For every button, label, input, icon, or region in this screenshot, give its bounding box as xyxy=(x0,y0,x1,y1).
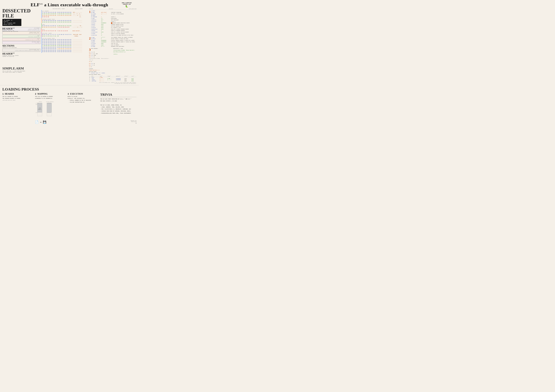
annotation-section-2: 2 p_type 1"""""" THE SEGMENT SHOULD BE L… xyxy=(89,37,137,47)
file-name-block: SIMPLE.ARM THIS IS OUR GOAL: A LINUX ARM… xyxy=(2,66,40,73)
step2-body: THE FILE IS MAPPED IN MEMORY ACCORDING T… xyxy=(35,96,65,100)
terminal-box: ~$ uname -m armv7l ~$ ./simple.ARM Hello… xyxy=(2,19,21,26)
sht-row-0: 0 "null" 0 NULL xyxy=(89,77,137,78)
main-content: DISSECTED FILE ~$ uname -m armv7l ~$ ./s… xyxy=(0,8,139,84)
hex-row-3: 00 00 00 00 00 00 00 00 34 20 00 01 28 0… xyxy=(42,15,87,16)
sht-col-name: NAME xyxy=(91,75,99,77)
sections-group: CODE EXECUTABLE INFORMATION DATA INFORMA… xyxy=(2,35,40,44)
hex-row-6: 90 00 00 00 90 00 00 00 05 00 00 00 00 0… xyxy=(42,21,87,23)
sht-label: SECTION HEADER TABLE xyxy=(3,49,39,50)
prog-header-sublabel: EXECUTION INFORMATION xyxy=(3,33,39,34)
step3-title: EXECUTION xyxy=(70,93,83,95)
hex-row-11: 00 2E 72 6F 64 61 74 61 00 .rodata. xyxy=(42,36,87,37)
sht-col-offset: OFFSET"" xyxy=(124,75,131,77)
arm-asm-code: mov r2, #1 add r1, pc, #20 mov r0, #0xB … xyxy=(89,51,112,68)
sht-row-3: 3 .shrtrtab 3 ------ 0x90 0x19 xyxy=(89,80,137,82)
ascii-dump-header: ASCII DUMP xyxy=(75,8,83,9)
left-panel: DISSECTED FILE ~$ uname -m armv7l ~$ ./s… xyxy=(2,8,40,84)
section-names-block: SECTION NAMES "" .shrtab .text """ .roda… xyxy=(89,71,137,73)
fields-header: FIELDS VALUES EXPLANATION xyxy=(89,8,137,10)
step1-body: THE ELF HEADER IS PARSED THE PROGRAM HEA… xyxy=(2,96,33,101)
strings-values: "Hello World\n", 0 xyxy=(89,70,137,71)
header-1-label: HEADER1/2 TECHNICAL DETAILS FORIDENTIFIC… xyxy=(2,27,18,32)
loading-grid: 1 HEADER THE ELF HEADER IS PARSED THE PR… xyxy=(2,93,137,124)
hex-section-names: SECTIONS' NAMES 00 2E 73 68 73 74 72 74 … xyxy=(42,32,88,37)
hex-data: DATA 48 65 6C 6C 6F 20 57 6F 72 6C 64 21… xyxy=(42,29,88,32)
sht-block: SECTION HEADER TABLE # NAME TYPE"" FLAGS… xyxy=(89,74,137,84)
sht-col-type: TYPE"" xyxy=(99,75,107,77)
section3-content: 3 ARM ASSEMBLY mov r2, #1 add r1, pc, #2… xyxy=(89,48,137,68)
section2-fields: p_type 1"""""" THE SEGMENT SHOULD BE LOA… xyxy=(91,37,137,47)
section2-header: 2 p_type 1"""""" THE SEGMENT SHOULD BE L… xyxy=(89,37,137,47)
code-box: CODE EXECUTABLE INFORMATION xyxy=(2,35,40,38)
explanation-col-header: EXPLANATION xyxy=(129,8,137,9)
loading-step-2: 2 MAPPING THE FILE IS MAPPED IN MEMORY A… xyxy=(35,93,65,124)
hex-row-5: 01 00 00 00 00 00 00 00 00 00 00 00 00 0… xyxy=(42,20,87,21)
sht-col-idx: # xyxy=(89,75,91,77)
header-2-label: HEADER2/2 TECHNICAL DETAILS FOR LINKINGI… xyxy=(2,52,40,57)
hex-row-10: 00 2E 73 68 73 74 72 74 61 62 00 2E 74 6… xyxy=(42,34,87,36)
trivia-title: TRIVIA xyxy=(100,93,137,97)
hex-panel: HEXADECIMAL DUMP ASCII DUMP ELF HEADER 7… xyxy=(42,8,88,84)
values-col-header: VALUES xyxy=(109,8,113,9)
terminal-line-2: armv7l xyxy=(4,21,20,22)
section-header-table-box: SECTION HEADER TABLE LINKING-CONNECTING … xyxy=(2,49,40,52)
secnames-box: SECTIONS' NAMES .shstrtab xyxy=(2,41,40,44)
hex-row-9: 48 65 6C 6C 6F 20 57 6F 72 6C 64 21 0A 0… xyxy=(42,30,87,32)
sht-col-addr: ADDRESS"" xyxy=(116,75,124,77)
terminal-line-1: ~$ uname -m xyxy=(4,20,20,21)
loading-section: LOADING PROCESS 1 HEADER THE ELF HEADER … xyxy=(0,85,139,125)
hex-row-8: 00 00 00 EF B1 00 A0 E3 78 A0 E3 00 00 0… xyxy=(42,27,87,28)
file-subtitle: THIS IS OUR GOAL: A LINUX ARM EXECUTABLE… xyxy=(2,71,40,73)
version-date: 2013/12/06 xyxy=(131,121,137,122)
svg-rect-5 xyxy=(47,103,52,113)
prog-header-label: PROGRAM HEADER TABLE xyxy=(3,32,39,33)
sht-note: THIS IS THE WHOLE FILE. HOWEVER, MOST EL… xyxy=(89,82,137,84)
hex-row-1: 7F 45 4C 46 01 01 01 00 00 00 00 00 00 0… xyxy=(42,12,87,13)
file-structure-area: ELF HEADER IDENTIFY AS MAGIC TYPEDEFINE … xyxy=(2,27,40,57)
loading-step-3: 3 EXECUTION ENTRY IS CALLED SYSCALLS"" A… xyxy=(68,93,98,124)
svg-text:0x90: 0x90 xyxy=(36,112,37,113)
sht-sublabel: LINKING-CONNECTING PROGRAM OBJECTS TO IN… xyxy=(3,50,39,51)
terminal-line-3: ~$ ./simple.ARM xyxy=(4,22,20,24)
arrow-icon: ⇒ xyxy=(40,121,41,124)
section-names-values: "" .shrtab .text """ .rodata xyxy=(89,72,137,73)
sht-header-row: # NAME TYPE"" FLAGS"" ADDRESS"" OFFSET""… xyxy=(89,75,137,77)
hex-prog-header: PROGRAM HEADER TABLE 01 00 00 00 00 00 0… xyxy=(42,18,88,23)
memory-diagram-svg: Offset Virtual Address LOAD Segment xyxy=(35,101,55,118)
svg-text:Segment: Segment xyxy=(38,109,41,110)
hex-row-2: 02 00 28 00 01 00 00 00 54 80 00 00 34 0… xyxy=(42,13,87,15)
data-box: DATA INFORMATION USED BY THE CODE xyxy=(2,38,40,41)
svg-text:LOAD: LOAD xyxy=(39,108,41,109)
section1-header: 1 e_ident EI_MAG 0x7F,"ELF" CONSTANT SIG… xyxy=(89,10,137,36)
title-subtitle: a Linux executable walk-through xyxy=(44,2,108,7)
hex-row-4: 04 00 53 00 .S.. xyxy=(42,16,87,18)
svg-text:0x00: 0x00 xyxy=(36,104,37,105)
arm-asm-header: ARM ASSEMBLY xyxy=(91,48,98,49)
title-sup: 101 xyxy=(40,3,43,5)
version-text: VERSION 10A xyxy=(131,120,137,121)
author-text: ANGE ALBERTINI CORKAMI.COM xyxy=(122,2,132,5)
hex-code: CODE 05 20 A0 E3 14 10 8F E2 01 0B A0 E3… xyxy=(42,23,88,29)
hex-elf-header: ELF HEADER 7F 45 4C 46 01 01 01 00 00 00… xyxy=(42,10,88,18)
hex-sht-1: 00 00 00 00 00 00 00 00 00 00 00 00 00 0… xyxy=(42,39,87,41)
hex-sht-6: 00 00 00 00 00 00 00 00 00 00 00 00 00 0… xyxy=(42,47,87,48)
svg-text:0x8000000+: 0x8000000+ xyxy=(47,103,51,104)
hex-sht-3: 04 00 00 00 00 00 00 00 00 00 00 00 00 0… xyxy=(42,42,87,44)
chip-icon: 💾 xyxy=(43,121,46,124)
memory-diagram-container: Offset Virtual Address LOAD Segment xyxy=(35,101,65,124)
cc-icon: 🄯 xyxy=(131,122,137,124)
hex-sht-5: 11 00 00 00 01 00 00 00 02 00 00 00 00 0… xyxy=(42,45,87,47)
trivia-body: THE ELF WAS FIRST SPECIFIED BY U.S.L."" … xyxy=(100,98,137,114)
sht-row-1: 1 .text 1 ------ 6 SHF_... 0x8000060 0x6… xyxy=(89,78,137,79)
svg-text:Virtual Address: Virtual Address xyxy=(46,101,53,102)
strings-block: STRINGS "Hello World\n", 0 xyxy=(89,68,137,71)
title-author: ANGE ALBERTINI CORKAMI.COM 🦜 xyxy=(122,2,132,8)
file-name: SIMPLE.ARM xyxy=(2,66,40,70)
hex-sht-9: 00 00 00 00 00 00 00 00 00 00 00 00 00 0… xyxy=(42,51,87,53)
annotation-section-3: 3 ARM ASSEMBLY mov r2, #1 add r1, pc, #2… xyxy=(89,48,137,68)
sht-row-2: 2 .rodata 1 ------ 2 ------ 0x8000080 0x… xyxy=(89,79,137,80)
hex-dump-header: HEXADECIMAL DUMP xyxy=(52,8,65,9)
hex-sht-8: 00 00 00 00 00 00 00 00 00 00 00 00 00 0… xyxy=(42,50,87,51)
sht-body: 0 "null" 0 NULL 1 .text 1 ------ 6 SHF_.… xyxy=(89,77,137,82)
